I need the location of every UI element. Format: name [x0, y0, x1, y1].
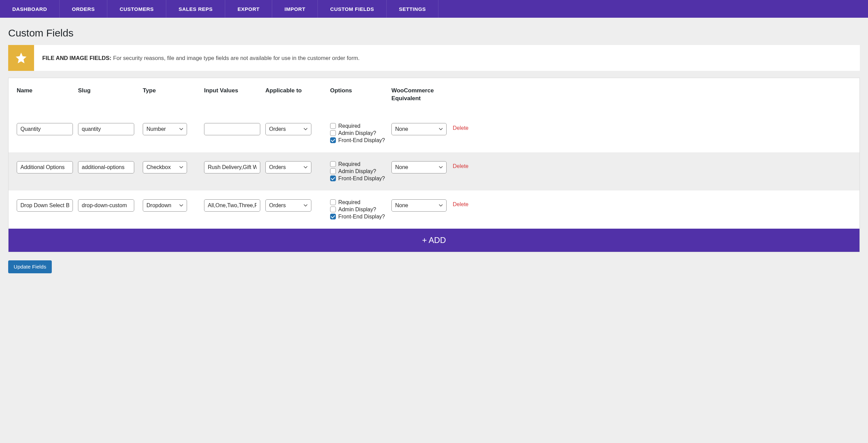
- page-title: Custom Fields: [8, 27, 860, 39]
- delete-link[interactable]: Delete: [453, 123, 480, 131]
- options-list: Required Admin Display? Front-End Displa…: [330, 161, 391, 182]
- delete-link[interactable]: Delete: [453, 199, 480, 208]
- notice-text: For security reasons, file and image typ…: [113, 55, 360, 61]
- nav-custom-fields[interactable]: CUSTOM FIELDS: [318, 0, 387, 18]
- applicable-to-select[interactable]: Orders: [265, 123, 311, 135]
- notice-title: FILE AND IMAGE FIELDS:: [42, 55, 111, 61]
- update-fields-button[interactable]: Update Fields: [8, 260, 52, 273]
- woo-select[interactable]: None: [391, 161, 447, 173]
- star-icon: [8, 45, 34, 71]
- nav-customers[interactable]: CUSTOMERS: [107, 0, 166, 18]
- slug-input[interactable]: [78, 161, 134, 173]
- nav-dashboard[interactable]: DASHBOARD: [0, 0, 60, 18]
- woo-select[interactable]: None: [391, 123, 447, 135]
- nav-orders[interactable]: ORDERS: [60, 0, 107, 18]
- admin-display-checkbox[interactable]: [330, 130, 336, 136]
- woo-select[interactable]: None: [391, 199, 447, 212]
- page-content: Custom Fields FILE AND IMAGE FIELDS: For…: [0, 18, 868, 281]
- add-button[interactable]: + ADD: [9, 229, 859, 252]
- delete-link[interactable]: Delete: [453, 161, 480, 169]
- name-input[interactable]: [17, 199, 73, 212]
- nav-export[interactable]: EXPORT: [225, 0, 272, 18]
- option-label: Required: [338, 161, 360, 167]
- input-values-input[interactable]: [204, 199, 260, 212]
- option-label: Front-End Display?: [338, 214, 385, 220]
- header-slug: Slug: [78, 87, 143, 95]
- applicable-to-select[interactable]: Orders: [265, 199, 311, 212]
- field-row: Dropdown Orders Required Admin Display? …: [9, 190, 859, 229]
- admin-display-checkbox[interactable]: [330, 207, 336, 212]
- info-notice: FILE AND IMAGE FIELDS: For security reas…: [8, 45, 860, 71]
- header-applicable-to: Applicable to: [265, 87, 330, 95]
- required-checkbox[interactable]: [330, 199, 336, 205]
- front-end-display-checkbox[interactable]: [330, 214, 336, 219]
- option-label: Admin Display?: [338, 207, 376, 213]
- option-label: Admin Display?: [338, 130, 376, 136]
- nav-import[interactable]: IMPORT: [272, 0, 318, 18]
- type-select[interactable]: Dropdown: [143, 199, 187, 212]
- type-select[interactable]: Checkbox: [143, 161, 187, 173]
- slug-input[interactable]: [78, 199, 134, 212]
- fields-header-row: Name Slug Type Input Values Applicable t…: [9, 78, 859, 114]
- options-list: Required Admin Display? Front-End Displa…: [330, 123, 391, 143]
- header-options: Options: [330, 87, 391, 95]
- notice-body: FILE AND IMAGE FIELDS: For security reas…: [34, 45, 368, 71]
- options-list: Required Admin Display? Front-End Displa…: [330, 199, 391, 220]
- name-input[interactable]: [17, 123, 73, 135]
- front-end-display-checkbox[interactable]: [330, 175, 336, 181]
- field-row: Number Orders Required Admin Display? Fr…: [9, 114, 859, 152]
- nav-settings[interactable]: SETTINGS: [387, 0, 438, 18]
- field-row: Checkbox Orders Required Admin Display? …: [9, 152, 859, 190]
- option-label: Admin Display?: [338, 168, 376, 174]
- option-label: Front-End Display?: [338, 137, 385, 143]
- header-input-values: Input Values: [204, 87, 265, 95]
- option-label: Front-End Display?: [338, 175, 385, 182]
- fields-box: Name Slug Type Input Values Applicable t…: [8, 78, 860, 252]
- applicable-to-select[interactable]: Orders: [265, 161, 311, 173]
- required-checkbox[interactable]: [330, 123, 336, 129]
- main-nav: DASHBOARD ORDERS CUSTOMERS SALES REPS EX…: [0, 0, 868, 18]
- front-end-display-checkbox[interactable]: [330, 137, 336, 143]
- nav-sales-reps[interactable]: SALES REPS: [166, 0, 225, 18]
- type-select[interactable]: Number: [143, 123, 187, 135]
- name-input[interactable]: [17, 161, 73, 173]
- input-values-input[interactable]: [204, 161, 260, 173]
- option-label: Required: [338, 123, 360, 129]
- header-woo: WooCommerce Equivalent: [391, 87, 453, 103]
- admin-display-checkbox[interactable]: [330, 168, 336, 174]
- input-values-input[interactable]: [204, 123, 260, 135]
- header-name: Name: [17, 87, 78, 95]
- header-type: Type: [143, 87, 204, 95]
- required-checkbox[interactable]: [330, 161, 336, 167]
- slug-input[interactable]: [78, 123, 134, 135]
- option-label: Required: [338, 199, 360, 205]
